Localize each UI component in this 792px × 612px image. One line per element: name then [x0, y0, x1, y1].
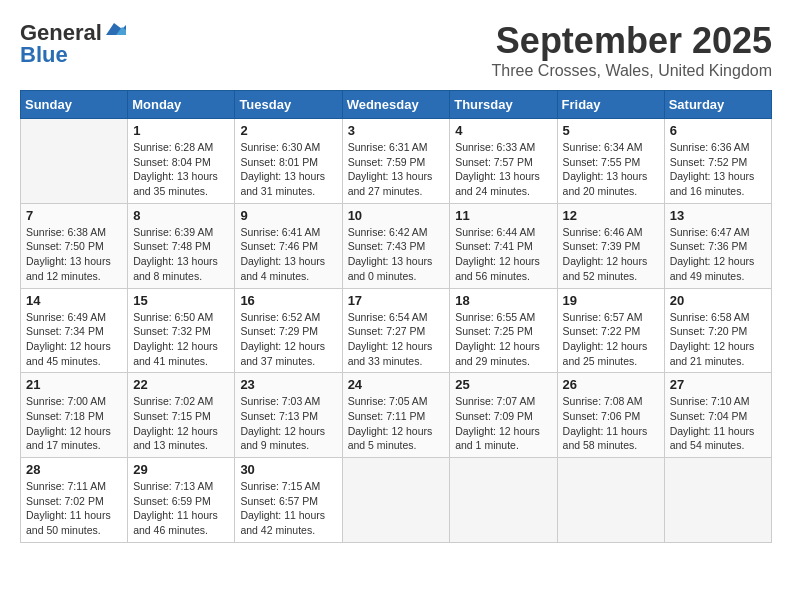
calendar-cell: 28Sunrise: 7:11 AMSunset: 7:02 PMDayligh…: [21, 458, 128, 543]
calendar-week-5: 28Sunrise: 7:11 AMSunset: 7:02 PMDayligh…: [21, 458, 772, 543]
calendar-cell: 23Sunrise: 7:03 AMSunset: 7:13 PMDayligh…: [235, 373, 342, 458]
day-info: Sunrise: 6:44 AMSunset: 7:41 PMDaylight:…: [455, 225, 551, 284]
day-number: 26: [563, 377, 659, 392]
day-number: 5: [563, 123, 659, 138]
day-header-saturday: Saturday: [664, 91, 771, 119]
calendar-cell: 27Sunrise: 7:10 AMSunset: 7:04 PMDayligh…: [664, 373, 771, 458]
day-info: Sunrise: 6:50 AMSunset: 7:32 PMDaylight:…: [133, 310, 229, 369]
day-number: 24: [348, 377, 445, 392]
calendar-cell: 22Sunrise: 7:02 AMSunset: 7:15 PMDayligh…: [128, 373, 235, 458]
day-info: Sunrise: 7:07 AMSunset: 7:09 PMDaylight:…: [455, 394, 551, 453]
day-info: Sunrise: 6:36 AMSunset: 7:52 PMDaylight:…: [670, 140, 766, 199]
logo-blue: Blue: [20, 42, 68, 68]
day-number: 7: [26, 208, 122, 223]
day-info: Sunrise: 6:41 AMSunset: 7:46 PMDaylight:…: [240, 225, 336, 284]
day-info: Sunrise: 6:54 AMSunset: 7:27 PMDaylight:…: [348, 310, 445, 369]
calendar-cell: 8Sunrise: 6:39 AMSunset: 7:48 PMDaylight…: [128, 203, 235, 288]
day-number: 20: [670, 293, 766, 308]
calendar-cell: 12Sunrise: 6:46 AMSunset: 7:39 PMDayligh…: [557, 203, 664, 288]
day-number: 22: [133, 377, 229, 392]
day-number: 10: [348, 208, 445, 223]
calendar-cell: 30Sunrise: 7:15 AMSunset: 6:57 PMDayligh…: [235, 458, 342, 543]
day-number: 2: [240, 123, 336, 138]
page-header: General Blue September 2025 Three Crosse…: [20, 20, 772, 80]
calendar-cell: 14Sunrise: 6:49 AMSunset: 7:34 PMDayligh…: [21, 288, 128, 373]
day-info: Sunrise: 6:30 AMSunset: 8:01 PMDaylight:…: [240, 140, 336, 199]
day-info: Sunrise: 7:13 AMSunset: 6:59 PMDaylight:…: [133, 479, 229, 538]
day-header-monday: Monday: [128, 91, 235, 119]
day-number: 25: [455, 377, 551, 392]
day-number: 16: [240, 293, 336, 308]
month-title: September 2025: [492, 20, 772, 62]
calendar-cell: 13Sunrise: 6:47 AMSunset: 7:36 PMDayligh…: [664, 203, 771, 288]
day-info: Sunrise: 6:39 AMSunset: 7:48 PMDaylight:…: [133, 225, 229, 284]
day-number: 11: [455, 208, 551, 223]
calendar-week-4: 21Sunrise: 7:00 AMSunset: 7:18 PMDayligh…: [21, 373, 772, 458]
calendar-cell: 4Sunrise: 6:33 AMSunset: 7:57 PMDaylight…: [450, 119, 557, 204]
day-number: 29: [133, 462, 229, 477]
calendar-cell: 29Sunrise: 7:13 AMSunset: 6:59 PMDayligh…: [128, 458, 235, 543]
calendar-cell: 11Sunrise: 6:44 AMSunset: 7:41 PMDayligh…: [450, 203, 557, 288]
calendar-cell: 26Sunrise: 7:08 AMSunset: 7:06 PMDayligh…: [557, 373, 664, 458]
day-number: 12: [563, 208, 659, 223]
day-info: Sunrise: 6:47 AMSunset: 7:36 PMDaylight:…: [670, 225, 766, 284]
calendar-table: SundayMondayTuesdayWednesdayThursdayFrid…: [20, 90, 772, 543]
day-info: Sunrise: 7:02 AMSunset: 7:15 PMDaylight:…: [133, 394, 229, 453]
calendar-cell: 18Sunrise: 6:55 AMSunset: 7:25 PMDayligh…: [450, 288, 557, 373]
day-info: Sunrise: 6:57 AMSunset: 7:22 PMDaylight:…: [563, 310, 659, 369]
day-number: 23: [240, 377, 336, 392]
day-number: 14: [26, 293, 122, 308]
calendar-cell: 16Sunrise: 6:52 AMSunset: 7:29 PMDayligh…: [235, 288, 342, 373]
day-info: Sunrise: 7:10 AMSunset: 7:04 PMDaylight:…: [670, 394, 766, 453]
calendar-header-row: SundayMondayTuesdayWednesdayThursdayFrid…: [21, 91, 772, 119]
day-info: Sunrise: 7:03 AMSunset: 7:13 PMDaylight:…: [240, 394, 336, 453]
day-info: Sunrise: 6:34 AMSunset: 7:55 PMDaylight:…: [563, 140, 659, 199]
logo-icon: [104, 21, 126, 39]
day-header-thursday: Thursday: [450, 91, 557, 119]
day-info: Sunrise: 6:31 AMSunset: 7:59 PMDaylight:…: [348, 140, 445, 199]
day-info: Sunrise: 6:38 AMSunset: 7:50 PMDaylight:…: [26, 225, 122, 284]
day-info: Sunrise: 7:05 AMSunset: 7:11 PMDaylight:…: [348, 394, 445, 453]
day-number: 19: [563, 293, 659, 308]
location-title: Three Crosses, Wales, United Kingdom: [492, 62, 772, 80]
day-number: 15: [133, 293, 229, 308]
day-number: 9: [240, 208, 336, 223]
calendar-cell: 21Sunrise: 7:00 AMSunset: 7:18 PMDayligh…: [21, 373, 128, 458]
day-info: Sunrise: 7:15 AMSunset: 6:57 PMDaylight:…: [240, 479, 336, 538]
day-number: 8: [133, 208, 229, 223]
calendar-week-1: 1Sunrise: 6:28 AMSunset: 8:04 PMDaylight…: [21, 119, 772, 204]
day-number: 1: [133, 123, 229, 138]
day-info: Sunrise: 7:11 AMSunset: 7:02 PMDaylight:…: [26, 479, 122, 538]
calendar-cell: 10Sunrise: 6:42 AMSunset: 7:43 PMDayligh…: [342, 203, 450, 288]
calendar-cell: [21, 119, 128, 204]
calendar-cell: 17Sunrise: 6:54 AMSunset: 7:27 PMDayligh…: [342, 288, 450, 373]
day-info: Sunrise: 6:52 AMSunset: 7:29 PMDaylight:…: [240, 310, 336, 369]
day-info: Sunrise: 6:49 AMSunset: 7:34 PMDaylight:…: [26, 310, 122, 369]
day-info: Sunrise: 6:33 AMSunset: 7:57 PMDaylight:…: [455, 140, 551, 199]
calendar-cell: [664, 458, 771, 543]
day-info: Sunrise: 7:08 AMSunset: 7:06 PMDaylight:…: [563, 394, 659, 453]
day-header-tuesday: Tuesday: [235, 91, 342, 119]
calendar-cell: [450, 458, 557, 543]
day-number: 13: [670, 208, 766, 223]
calendar-week-3: 14Sunrise: 6:49 AMSunset: 7:34 PMDayligh…: [21, 288, 772, 373]
calendar-cell: 1Sunrise: 6:28 AMSunset: 8:04 PMDaylight…: [128, 119, 235, 204]
calendar-cell: [342, 458, 450, 543]
day-number: 3: [348, 123, 445, 138]
day-info: Sunrise: 6:55 AMSunset: 7:25 PMDaylight:…: [455, 310, 551, 369]
calendar-cell: 2Sunrise: 6:30 AMSunset: 8:01 PMDaylight…: [235, 119, 342, 204]
calendar-cell: 20Sunrise: 6:58 AMSunset: 7:20 PMDayligh…: [664, 288, 771, 373]
calendar-cell: 9Sunrise: 6:41 AMSunset: 7:46 PMDaylight…: [235, 203, 342, 288]
day-header-wednesday: Wednesday: [342, 91, 450, 119]
day-header-sunday: Sunday: [21, 91, 128, 119]
day-number: 4: [455, 123, 551, 138]
day-info: Sunrise: 6:28 AMSunset: 8:04 PMDaylight:…: [133, 140, 229, 199]
day-number: 21: [26, 377, 122, 392]
day-info: Sunrise: 6:42 AMSunset: 7:43 PMDaylight:…: [348, 225, 445, 284]
day-number: 30: [240, 462, 336, 477]
day-number: 6: [670, 123, 766, 138]
calendar-cell: 19Sunrise: 6:57 AMSunset: 7:22 PMDayligh…: [557, 288, 664, 373]
title-section: September 2025 Three Crosses, Wales, Uni…: [492, 20, 772, 80]
day-info: Sunrise: 6:46 AMSunset: 7:39 PMDaylight:…: [563, 225, 659, 284]
day-number: 18: [455, 293, 551, 308]
